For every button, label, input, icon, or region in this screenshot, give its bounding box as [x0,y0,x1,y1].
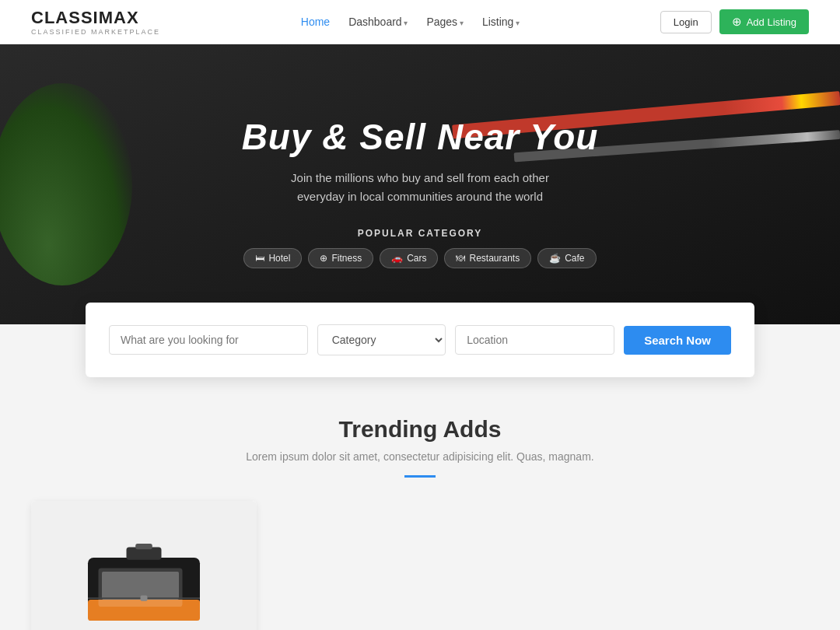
logo: CLASSIMAX Classified marketplace [31,8,160,36]
search-bar: Category Electronics Cars Furniture Real… [86,303,754,377]
category-cars[interactable]: 🚗 Cars [380,248,438,268]
svg-rect-7 [141,596,148,601]
trending-divider [404,475,436,478]
trending-section: Trending Adds Lorem ipsum dolor sit amet… [0,377,840,630]
category-cafe[interactable]: ☕ Cafe [537,248,596,268]
cafe-icon: ☕ [549,253,561,264]
category-fitness[interactable]: ⊕ Fitness [308,248,373,268]
search-bar-inner: Category Electronics Cars Furniture Real… [109,324,731,355]
category-pills: 🛏 Hotel ⊕ Fitness 🚗 Cars 🍽 Restaurants ☕… [242,248,599,268]
logo-subtitle: Classified marketplace [31,28,160,36]
nav-links: Home Dashboard Pages Listing [301,16,520,28]
listing-card[interactable]: 11inch Macbook Air ▤ Electronics 📅 26th … [31,501,257,630]
hero-subtitle: Join the millions who buy and sell from … [242,169,599,206]
hero-title: Buy & Sell Near You [242,116,599,158]
add-listing-label: Add Listing [747,16,796,28]
search-input[interactable] [109,325,308,355]
hero-section: Buy & Sell Near You Join the millions wh… [0,44,840,324]
fitness-icon: ⊕ [320,253,327,264]
restaurants-label: Restaurants [469,253,520,264]
category-hotel[interactable]: 🛏 Hotel [243,248,302,268]
login-button[interactable]: Login [660,11,712,33]
hotel-label: Hotel [268,253,290,264]
cars-icon: 🚗 [391,253,403,264]
svg-rect-3 [102,572,179,600]
cards-row: 11inch Macbook Air ▤ Electronics 📅 26th … [31,501,809,630]
cars-label: Cars [407,253,426,264]
logo-text: CLASSIMAX [31,8,139,28]
category-select[interactable]: Category Electronics Cars Furniture Real… [317,324,446,355]
hotel-icon: 🛏 [255,253,264,264]
nav-home[interactable]: Home [301,16,330,28]
trending-title: Trending Adds [31,416,809,443]
add-listing-button[interactable]: ⊕ Add Listing [719,9,809,34]
navbar: CLASSIMAX Classified marketplace Home Da… [0,0,840,44]
nav-dashboard[interactable]: Dashboard [348,16,408,28]
trending-description: Lorem ipsum dolor sit amet, consectetur … [31,450,809,463]
svg-rect-5 [135,544,152,549]
laptop-bag-illustration [74,528,214,629]
popular-category-label: POPULAR CATEGORY [242,228,599,239]
nav-listing[interactable]: Listing [482,16,520,28]
nav-pages[interactable]: Pages [426,16,463,28]
hero-content: Buy & Sell Near You Join the millions wh… [226,85,614,284]
restaurants-icon: 🍽 [456,253,465,264]
cafe-label: Cafe [565,253,584,264]
location-input[interactable] [455,325,614,355]
card-image [31,501,257,630]
fitness-label: Fitness [331,253,362,264]
category-restaurants[interactable]: 🍽 Restaurants [444,248,531,268]
search-button[interactable]: Search Now [624,326,731,355]
plus-icon: ⊕ [732,15,742,29]
nav-actions: Login ⊕ Add Listing [660,9,809,34]
